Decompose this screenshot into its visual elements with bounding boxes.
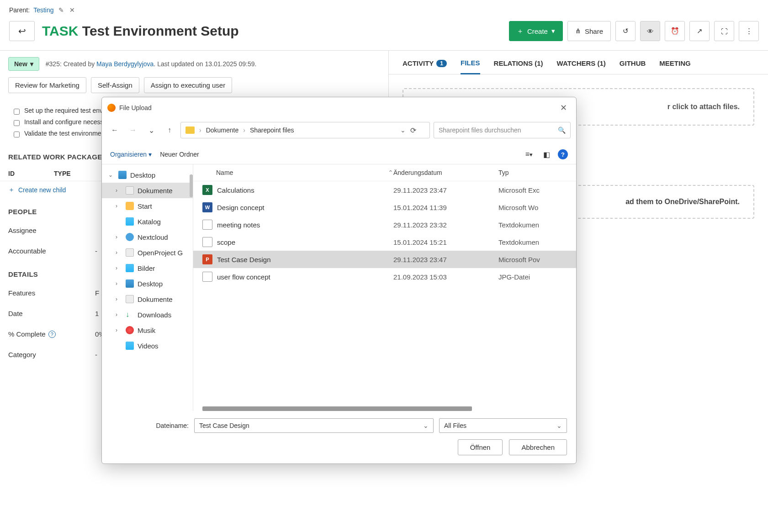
organize-menu[interactable]: Organisieren ▾ [110, 151, 152, 158]
preview-pane-icon[interactable]: ◧ [540, 148, 552, 160]
edit-icon[interactable]: ✎ [58, 6, 65, 14]
search-icon[interactable]: 🔍 [558, 126, 566, 134]
file-date: 29.11.2023 23:47 [393, 186, 498, 194]
expand-icon[interactable]: › [116, 187, 122, 194]
assign-exec-button[interactable]: Assign to executing user [144, 77, 232, 93]
share-button[interactable]: ⋔ Share [567, 21, 611, 41]
file-name: meeting notes [217, 221, 393, 229]
nav-forward-icon[interactable]: → [126, 123, 140, 137]
new-folder-button[interactable]: Neuer Ordner [160, 151, 199, 158]
tree-item[interactable]: ›OpenProject G [102, 245, 193, 260]
link-icon[interactable]: ↗ [689, 21, 710, 41]
search-input[interactable]: Sharepoint files durchsuchen 🔍 [434, 122, 571, 138]
tree-label: Downloads [138, 311, 171, 319]
cancel-button[interactable]: Abbrechen [509, 439, 567, 455]
help-icon[interactable]: ? [48, 331, 56, 338]
accountable-value[interactable]: - [95, 247, 97, 255]
file-row[interactable]: PTest Case Design29.11.2023 23:47Microso… [193, 251, 576, 268]
expand-icon[interactable]: › [116, 311, 122, 318]
author-link[interactable]: Maya Berdygylyjova [96, 60, 154, 68]
tree-item[interactable]: ›↓Downloads [102, 307, 193, 322]
open-button[interactable]: Öffnen [458, 439, 503, 455]
reminder-icon[interactable]: ⏰ [665, 21, 685, 41]
create-button[interactable]: ＋ Create ▾ [509, 21, 563, 41]
chevron-down-icon[interactable]: ⌄ [400, 126, 406, 134]
tree-item[interactable]: Katalog [102, 214, 193, 229]
features-label: Features [8, 289, 95, 297]
col-type[interactable]: Typ [498, 169, 562, 176]
tree-item[interactable]: ›Musik [102, 322, 193, 338]
tab-meeting[interactable]: MEETING [659, 59, 690, 74]
more-icon[interactable]: ⋮ [739, 21, 759, 41]
help-icon[interactable]: ? [558, 149, 568, 159]
file-type-select[interactable]: All Files⌄ [439, 418, 567, 433]
expand-icon[interactable]: › [116, 265, 122, 271]
checkbox[interactable] [14, 109, 20, 115]
watch-icon[interactable]: 👁 [640, 21, 660, 41]
tab-relations[interactable]: RELATIONS (1) [494, 59, 543, 74]
nav-recent-icon[interactable]: ⌄ [144, 123, 159, 137]
fullscreen-icon[interactable]: ⛶ [714, 21, 734, 41]
parent-link[interactable]: Testing [33, 6, 53, 14]
checkbox[interactable] [14, 132, 20, 137]
file-date: 29.11.2023 23:32 [393, 221, 498, 229]
refresh-icon[interactable]: ⟳ [410, 126, 425, 135]
breadcrumb[interactable]: › Dokumente › Sharepoint files ⌄ ⟳ [180, 122, 430, 138]
breadcrumb-item[interactable]: Dokumente [206, 126, 239, 134]
tree-item[interactable]: ›Desktop [102, 276, 193, 291]
tree-item[interactable]: ›Dokumente [102, 291, 193, 307]
breadcrumb-item[interactable]: Sharepoint files [250, 126, 294, 134]
chevron-down-icon: ▾ [148, 151, 152, 158]
txt-file-icon [202, 220, 212, 230]
expand-icon[interactable]: › [116, 327, 122, 333]
tab-files[interactable]: FILES [461, 59, 480, 74]
col-name[interactable]: Name ⌃ [216, 169, 393, 176]
file-type: JPG-Datei [498, 273, 562, 281]
file-row[interactable]: WDesign concept15.01.2024 11:39Microsoft… [193, 199, 576, 216]
file-row[interactable]: XCalculations29.11.2023 23:47Microsoft E… [193, 181, 576, 199]
history-icon[interactable]: ↺ [615, 21, 636, 41]
tree-item[interactable]: ›Nextcloud [102, 229, 193, 245]
jpg-file-icon [202, 272, 212, 282]
file-name: user flow concept [217, 273, 393, 281]
img-icon [126, 264, 134, 272]
date-value[interactable]: 1 [95, 310, 99, 317]
view-list-icon[interactable]: ≡ ▾ [523, 148, 535, 160]
chevron-down-icon[interactable]: ⌄ [423, 422, 429, 429]
expand-icon[interactable]: › [116, 249, 122, 256]
tab-activity[interactable]: ACTIVITY1 [403, 59, 447, 74]
tree-item[interactable]: ›Start [102, 198, 193, 214]
tab-watchers[interactable]: WATCHERS (1) [557, 59, 606, 74]
category-value[interactable]: - [95, 351, 97, 358]
tab-github[interactable]: GITHUB [620, 59, 646, 74]
expand-icon[interactable]: ⌄ [108, 172, 115, 178]
expand-icon[interactable]: › [116, 234, 122, 240]
tree-label: Videos [138, 342, 159, 350]
tree-item[interactable]: ›Dokumente [102, 183, 193, 198]
col-date[interactable]: Änderungsdatum [393, 169, 498, 176]
nav-up-icon[interactable]: ↑ [162, 123, 177, 137]
close-button[interactable]: ✕ [556, 101, 571, 115]
expand-icon[interactable]: › [116, 203, 122, 209]
folder-tree[interactable]: ⌄Desktop›Dokumente›StartKatalog›Nextclou… [102, 164, 193, 411]
back-button[interactable]: ↩ [9, 21, 35, 41]
file-row[interactable]: scope15.01.2024 15:21Textdokumen [193, 233, 576, 251]
filename-input[interactable]: Test Case Design⌄ [194, 418, 434, 433]
features-value[interactable]: F [95, 289, 99, 297]
horizontal-scrollbar[interactable] [202, 406, 472, 411]
review-button[interactable]: Review for Marketing [8, 77, 86, 93]
expand-icon[interactable]: › [116, 296, 122, 302]
tree-item[interactable]: ⌄Desktop [102, 167, 193, 183]
file-row[interactable]: user flow concept21.09.2023 15:03JPG-Dat… [193, 268, 576, 285]
self-assign-button[interactable]: Self-Assign [91, 77, 139, 93]
checkbox[interactable] [14, 120, 20, 126]
expand-icon[interactable]: › [116, 280, 122, 287]
nav-back-icon[interactable]: ← [107, 123, 122, 137]
status-badge[interactable]: New ▾ [8, 57, 39, 71]
close-icon[interactable]: ✕ [69, 6, 76, 14]
file-row[interactable]: meeting notes29.11.2023 23:32Textdokumen [193, 216, 576, 233]
file-name: scope [217, 238, 393, 246]
tree-item[interactable]: ›Bilder [102, 260, 193, 276]
tree-item[interactable]: Videos [102, 338, 193, 353]
file-type: Textdokumen [498, 221, 562, 229]
